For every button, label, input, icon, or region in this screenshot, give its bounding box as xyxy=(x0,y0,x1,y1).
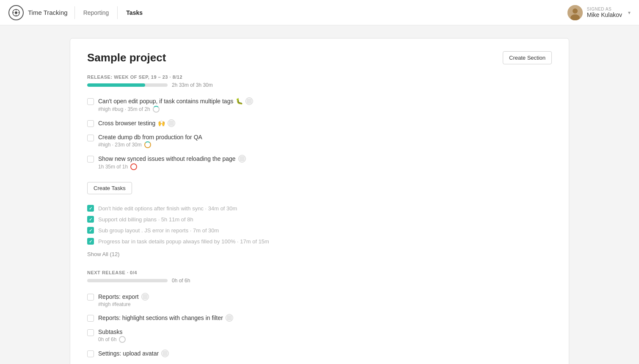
user-name: Mike Kulakov xyxy=(587,11,622,18)
task-info-t3: Create dump db from production for QA #h… xyxy=(98,134,552,148)
progress-bar-fill-1 xyxy=(87,83,145,87)
task-title-row-t6: Reports: highlight sections with changes… xyxy=(98,314,552,322)
task-title-row-t1: Can't open edit popup, if task contains … xyxy=(98,97,552,105)
task-info-t5: Reports: export #high #feature xyxy=(98,293,552,307)
svg-point-7 xyxy=(573,8,578,14)
task-timer-btn-t4[interactable] xyxy=(238,155,246,163)
app-header: Time Tracking Reporting Tasks SIGNED AS … xyxy=(0,0,639,25)
task-timer-btn-t8[interactable] xyxy=(161,350,169,357)
project-header: Sample project Create Section xyxy=(87,51,552,64)
task-timer-btn-t1[interactable] xyxy=(245,97,253,105)
task-name-t4: Show new synced issues without reloading… xyxy=(98,155,236,162)
project-card: Sample project Create Section RELEASE: W… xyxy=(70,38,569,364)
task-sub-t7: 0h of 6h xyxy=(98,336,552,343)
avatar xyxy=(567,5,583,20)
task-name-t7: Subtasks xyxy=(98,328,123,335)
create-section-button[interactable]: Create Section xyxy=(503,51,552,64)
svg-point-1 xyxy=(15,11,17,14)
table-row: Reports: export #high #feature xyxy=(87,290,552,311)
completed-task-text-ct3: Sub group layout . JS error in reports ·… xyxy=(98,227,219,234)
completed-checkbox-ct3[interactable]: ✓ xyxy=(87,227,94,234)
checkmark-ct4: ✓ xyxy=(89,239,92,244)
task-title-row-t4: Show new synced issues without reloading… xyxy=(98,155,552,163)
task-checkbox-t5[interactable] xyxy=(87,294,94,301)
task-info-t4: Show new synced issues without reloading… xyxy=(98,155,552,170)
app-logo[interactable]: Time Tracking xyxy=(8,5,68,20)
task-checkbox-t6[interactable] xyxy=(87,315,94,322)
svg-rect-12 xyxy=(143,294,148,299)
signed-as-label: SIGNED AS xyxy=(587,7,611,11)
progress-bar-track-1 xyxy=(87,83,168,87)
task-name-t8: Settings: upload avatar xyxy=(98,350,159,357)
nav-tasks[interactable]: Tasks xyxy=(124,9,144,16)
task-checkbox-t4[interactable] xyxy=(87,156,94,163)
list-item: ✓ Progress bar in task details popup alw… xyxy=(87,236,552,247)
svg-rect-13 xyxy=(227,315,232,320)
task-time-t7: 0h of 6h xyxy=(98,336,116,342)
completed-checkbox-ct4[interactable]: ✓ xyxy=(87,238,94,245)
checkmark-ct1: ✓ xyxy=(89,206,92,211)
task-title-row-t3: Create dump db from production for QA xyxy=(98,134,552,141)
task-checkbox-t3[interactable] xyxy=(87,135,94,141)
app-name-label: Time Tracking xyxy=(28,9,68,16)
task-tags-t5: #high #feature xyxy=(98,301,131,307)
task-info-t1: Can't open edit popup, if task contains … xyxy=(98,97,552,113)
list-item: ✓ Support old billing plans · 5h 11m of … xyxy=(87,214,552,225)
task-sub-t5: #high #feature xyxy=(98,301,552,307)
table-row: Subtasks 0h of 6h xyxy=(87,325,552,346)
create-tasks-button[interactable]: Create Tasks xyxy=(87,182,132,194)
task-checkbox-t2[interactable] xyxy=(87,120,94,127)
task-info-t7: Subtasks 0h of 6h xyxy=(98,328,552,343)
table-row: Reports: highlight sections with changes… xyxy=(87,311,552,325)
task-timer-btn-t2[interactable] xyxy=(168,119,175,127)
task-timer-circle-t7 xyxy=(119,336,126,343)
completed-tasks-list: ✓ Don't hide edit options after finish w… xyxy=(87,203,552,247)
header-divider-2 xyxy=(117,6,118,19)
section-1-label: RELEASE: WEEK OF SEP, 19 – 23 · 8/12 xyxy=(87,74,552,80)
task-timer-btn-t6[interactable] xyxy=(226,314,233,322)
table-row: Can't open edit popup, if task contains … xyxy=(87,94,552,116)
task-name-t2: Cross browser testing xyxy=(98,120,155,127)
progress-time-1: 2h 33m of 3h 30m xyxy=(172,82,213,88)
completed-task-text-ct2: Support old billing plans · 5h 11m of 8h xyxy=(98,216,193,223)
task-emoji-t1: 🐛 xyxy=(236,98,243,105)
task-checkbox-t8[interactable] xyxy=(87,350,94,357)
task-title-row-t8: Settings: upload avatar xyxy=(98,350,552,357)
table-row: Show new synced issues without reloading… xyxy=(87,152,552,174)
svg-rect-10 xyxy=(169,121,174,126)
list-item: ✓ Sub group layout . JS error in reports… xyxy=(87,225,552,236)
task-list-1: Can't open edit popup, if task contains … xyxy=(87,94,552,174)
completed-checkbox-ct1[interactable]: ✓ xyxy=(87,205,94,212)
task-name-t1: Can't open edit popup, if task contains … xyxy=(98,98,233,105)
task-sub-t4: 1h 35m of 1h xyxy=(98,163,552,170)
checkmark-ct2: ✓ xyxy=(89,217,92,222)
table-row: Create dump db from production for QA #h… xyxy=(87,130,552,152)
task-tags-t3: #high · 23m of 30m xyxy=(98,142,142,148)
task-checkbox-t7[interactable] xyxy=(87,329,94,336)
svg-rect-9 xyxy=(247,99,252,104)
progress-time-2: 0h of 6h xyxy=(172,278,190,284)
task-info-t2: Cross browser testing 🙌 xyxy=(98,119,552,127)
list-item: ✓ Don't hide edit options after finish w… xyxy=(87,203,552,214)
table-row: Settings: upload avatar xyxy=(87,346,552,361)
task-title-row-t5: Reports: export xyxy=(98,293,552,301)
task-timer-btn-t5[interactable] xyxy=(141,293,149,301)
completed-task-text-ct4: Progress bar in task details popup alway… xyxy=(98,238,269,245)
nav-reporting[interactable]: Reporting xyxy=(82,9,111,16)
task-title-row-t2: Cross browser testing 🙌 xyxy=(98,119,552,127)
completed-checkbox-ct2[interactable]: ✓ xyxy=(87,216,94,223)
task-checkbox-t1[interactable] xyxy=(87,98,94,105)
task-info-t6: Reports: highlight sections with changes… xyxy=(98,314,552,322)
header-right: SIGNED AS Mike Kulakov ▾ xyxy=(567,5,631,20)
svg-rect-11 xyxy=(240,156,245,161)
project-title: Sample project xyxy=(87,51,166,64)
header-divider-1 xyxy=(74,6,75,19)
task-title-row-t7: Subtasks xyxy=(98,328,552,335)
table-row: Cross browser testing 🙌 xyxy=(87,116,552,130)
main-content: Sample project Create Section RELEASE: W… xyxy=(0,25,639,364)
show-all-link[interactable]: Show All (12) xyxy=(87,251,120,257)
user-dropdown-arrow[interactable]: ▾ xyxy=(628,10,631,16)
task-time-t4: 1h 35m of 1h xyxy=(98,164,128,170)
svg-rect-14 xyxy=(163,351,168,356)
task-name-t6: Reports: highlight sections with changes… xyxy=(98,314,223,321)
